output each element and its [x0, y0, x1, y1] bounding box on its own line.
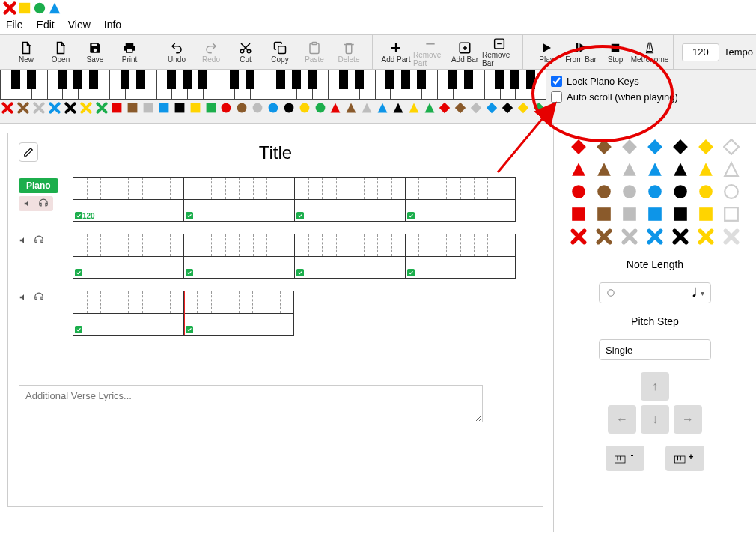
lock-piano-keys-option[interactable]: Lock Piano Keys — [551, 76, 678, 87]
black-key[interactable] — [308, 70, 317, 89]
palette-shape[interactable] — [695, 227, 717, 246]
black-key[interactable] — [495, 70, 504, 89]
headphones-icon[interactable] — [34, 292, 44, 303]
piano-shape[interactable] — [47, 100, 63, 116]
piano-shape[interactable] — [484, 100, 500, 116]
black-key[interactable] — [58, 70, 67, 89]
black-key[interactable] — [401, 70, 410, 89]
black-key[interactable] — [183, 70, 192, 89]
piano-shape[interactable] — [171, 100, 187, 116]
palette-shape[interactable] — [644, 137, 666, 157]
score-title[interactable]: Title — [19, 142, 532, 163]
autoscroll-option[interactable]: Auto scroll (when playing) — [551, 91, 678, 103]
black-key[interactable] — [292, 70, 301, 89]
piano-shape[interactable] — [234, 100, 250, 116]
bar[interactable] — [405, 177, 516, 222]
piano-shape[interactable] — [296, 100, 312, 116]
piano-shape[interactable] — [156, 100, 172, 116]
piano-shape[interactable] — [421, 100, 437, 116]
piano-shape[interactable] — [78, 100, 94, 116]
play-button[interactable]: Play — [529, 37, 564, 67]
piano-shape[interactable] — [359, 100, 375, 116]
palette-shape[interactable] — [669, 160, 692, 179]
palette-shape[interactable] — [695, 204, 717, 224]
black-key[interactable] — [246, 70, 254, 89]
palette-shape[interactable] — [644, 204, 666, 224]
piano-shape[interactable] — [250, 100, 266, 116]
piano-shape[interactable] — [31, 100, 47, 116]
palette-shape[interactable] — [695, 160, 717, 179]
undo-button[interactable]: Undo — [159, 37, 194, 67]
save-button[interactable]: Save — [78, 37, 112, 67]
piano-shape[interactable] — [406, 100, 421, 116]
cut-button[interactable]: Cut — [228, 37, 263, 67]
black-key[interactable] — [198, 70, 207, 89]
bar[interactable] — [183, 234, 294, 279]
piano-shape[interactable] — [0, 100, 16, 116]
pitch-step-select[interactable]: Single — [599, 339, 711, 360]
black-key[interactable] — [230, 70, 239, 89]
menu-file[interactable]: File — [6, 19, 23, 32]
black-key[interactable] — [136, 70, 145, 89]
open-button[interactable]: Open — [43, 37, 78, 67]
piano-shape[interactable] — [203, 100, 219, 116]
palette-shape[interactable] — [618, 204, 641, 224]
lock-piano-keys-checkbox[interactable] — [551, 76, 562, 87]
mute-icon[interactable] — [19, 292, 29, 303]
palette-shape[interactable] — [618, 227, 641, 246]
black-key[interactable] — [339, 70, 348, 89]
palette-shape[interactable] — [669, 137, 692, 157]
bar[interactable] — [294, 177, 405, 222]
palette-shape[interactable] — [644, 182, 666, 201]
palette-shape[interactable] — [720, 182, 743, 201]
palette-shape[interactable] — [567, 227, 590, 246]
black-key[interactable] — [27, 70, 36, 89]
piano-shape[interactable] — [375, 100, 391, 116]
piano-shape[interactable] — [453, 100, 469, 116]
menu-view[interactable]: View — [68, 19, 91, 32]
bar[interactable]: 120 — [73, 177, 183, 222]
piano-shape[interactable] — [515, 100, 531, 116]
metronome-button[interactable]: Metronome — [632, 37, 667, 67]
arrow-right-button[interactable]: → — [674, 405, 702, 434]
black-key[interactable] — [510, 70, 519, 89]
piano-shape[interactable] — [531, 100, 546, 116]
black-key[interactable] — [448, 70, 457, 89]
piano-shape[interactable] — [500, 100, 516, 116]
palette-shape[interactable] — [567, 137, 590, 157]
piano-shape-row[interactable] — [0, 100, 546, 116]
bar[interactable] — [294, 234, 405, 279]
play-from-bar-button[interactable]: From Bar — [564, 37, 598, 67]
palette-shape[interactable] — [593, 204, 615, 224]
black-key[interactable] — [355, 70, 364, 89]
black-key[interactable] — [73, 70, 82, 89]
piano-shape[interactable] — [187, 100, 203, 116]
piano-shape[interactable] — [94, 100, 109, 116]
note-length-select[interactable]: 𝅘𝅥 — [599, 282, 711, 303]
mute-icon[interactable] — [19, 235, 29, 246]
black-key[interactable] — [276, 70, 285, 89]
add-part-button[interactable]: Add Part — [379, 37, 413, 67]
palette-shape[interactable] — [720, 227, 743, 246]
piano-shape[interactable] — [125, 100, 141, 116]
bar[interactable] — [73, 234, 183, 279]
print-button[interactable]: Print — [112, 37, 147, 67]
instrument-tag[interactable]: Piano — [19, 178, 58, 193]
edit-title-button[interactable] — [19, 142, 38, 162]
add-bar-button[interactable]: Add Bar — [448, 37, 482, 67]
octave-down-button[interactable]: - — [606, 446, 644, 471]
piano-shape[interactable] — [16, 100, 31, 116]
piano-shape[interactable] — [344, 100, 359, 116]
palette-shape[interactable] — [618, 160, 641, 179]
bar[interactable] — [73, 291, 183, 336]
piano-shape[interactable] — [312, 100, 328, 116]
palette-shape[interactable] — [567, 204, 590, 224]
bar[interactable] — [405, 234, 516, 279]
palette-shape[interactable] — [720, 137, 743, 157]
menu-info[interactable]: Info — [104, 19, 121, 32]
palette-shape[interactable] — [593, 227, 615, 246]
copy-button[interactable]: Copy — [263, 37, 297, 67]
tempo-input[interactable] — [682, 43, 719, 61]
piano-shape[interactable] — [109, 100, 125, 116]
black-key[interactable] — [385, 70, 394, 89]
